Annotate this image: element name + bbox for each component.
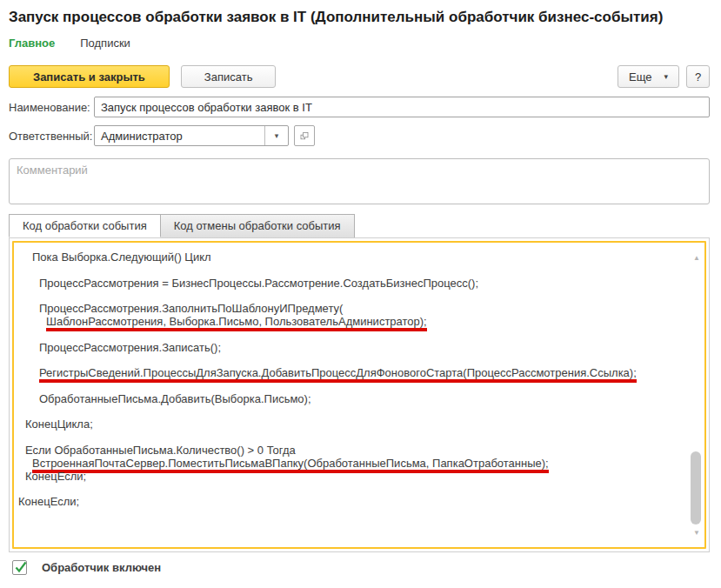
code-lines: Пока Выборка.Следующий() Цикл ПроцессРас… [18, 251, 684, 509]
code-line: ОбработанныеПисьма.Добавить(Выборка.Пись… [18, 393, 684, 406]
code-line [18, 290, 684, 303]
save-and-close-label: Записать и закрыть [33, 70, 145, 84]
checkmark-icon [14, 560, 28, 574]
code-line [18, 431, 684, 444]
code-line: КонецЕсли; [18, 496, 684, 509]
code-line: Если ОбработанныеПисьма.Количество() > 0… [18, 444, 684, 458]
responsible-field-row: Ответственный: Администратор ▾ [9, 125, 710, 146]
name-field-label: Наименование: [9, 101, 94, 114]
nav-tab-subscriptions[interactable]: Подписки [80, 37, 130, 50]
code-line [18, 354, 684, 367]
save-and-close-button[interactable]: Записать и закрыть [9, 65, 170, 88]
footer-row: Обработчик включен [9, 560, 710, 575]
chevron-down-icon: ▾ [275, 131, 279, 140]
save-label: Записать [204, 70, 253, 84]
code-line: ШаблонРассмотрения, Выборка.Письмо, Поль… [18, 316, 684, 329]
more-button[interactable]: Еще ▾ [618, 65, 679, 88]
comment-field-row [9, 158, 710, 207]
responsible-combobox[interactable]: Администратор ▾ [94, 125, 289, 146]
code-line [18, 406, 684, 419]
code-line [18, 264, 684, 277]
scroll-down-icon[interactable]: ▼ [693, 530, 700, 537]
code-line: ПроцессРассмотрения.Записать(); [18, 342, 684, 355]
code-tab-panel: Пока Выборка.Следующий() Цикл ПроцессРас… [9, 237, 710, 552]
more-label: Еще [629, 70, 651, 84]
name-input[interactable] [94, 97, 710, 117]
responsible-open-button[interactable] [294, 125, 315, 146]
responsible-dropdown-button[interactable]: ▾ [264, 126, 288, 145]
handler-enabled-label[interactable]: Обработчик включен [42, 561, 161, 574]
command-bar: Записать и закрыть Записать Еще ▾ ? [9, 65, 710, 88]
form-window: Запуск процессов обработки заявок в IT (… [0, 8, 721, 575]
chevron-down-icon: ▾ [664, 73, 668, 81]
code-line: ПроцессРассмотрения.ЗаполнитьПоШаблонуИП… [18, 303, 684, 316]
page-title: Запуск процессов обработки заявок в IT (… [9, 8, 710, 26]
code-line: ПроцессРассмотрения = БизнесПроцессы.Рас… [18, 277, 684, 291]
form-nav: Главное Подписки [9, 37, 710, 50]
code-editor[interactable]: Пока Выборка.Следующий() Цикл ПроцессРас… [12, 241, 706, 549]
code-line: Пока Выборка.Следующий() Цикл [18, 251, 684, 264]
code-line: РегистрыСведений.ПроцессыДляЗапуска.Доба… [18, 367, 684, 380]
handler-enabled-checkbox[interactable] [12, 560, 27, 575]
help-icon: ? [695, 70, 701, 84]
save-button[interactable]: Записать [181, 65, 277, 88]
responsible-field-label: Ответственный: [9, 130, 94, 143]
help-button[interactable]: ? [686, 65, 710, 88]
code-line: ВстроеннаяПочтаСервер.ПоместитьПисьмаВПа… [18, 458, 684, 471]
tab-cancel-code[interactable]: Код отмены обработки события [161, 214, 355, 237]
code-line [18, 483, 684, 496]
comment-textarea[interactable] [9, 158, 710, 204]
code-tab-strip: Код обработки события Код отмены обработ… [9, 214, 710, 237]
open-link-icon [300, 130, 309, 143]
scrollbar-thumb[interactable] [691, 451, 701, 525]
name-field-row: Наименование: [9, 97, 710, 117]
responsible-value: Администратор [95, 130, 264, 143]
nav-tab-main[interactable]: Главное [9, 37, 55, 50]
scroll-up-icon[interactable]: ▲ [693, 255, 700, 262]
tab-handler-code[interactable]: Код обработки события [9, 214, 161, 237]
code-line: КонецЦикла; [18, 418, 684, 431]
